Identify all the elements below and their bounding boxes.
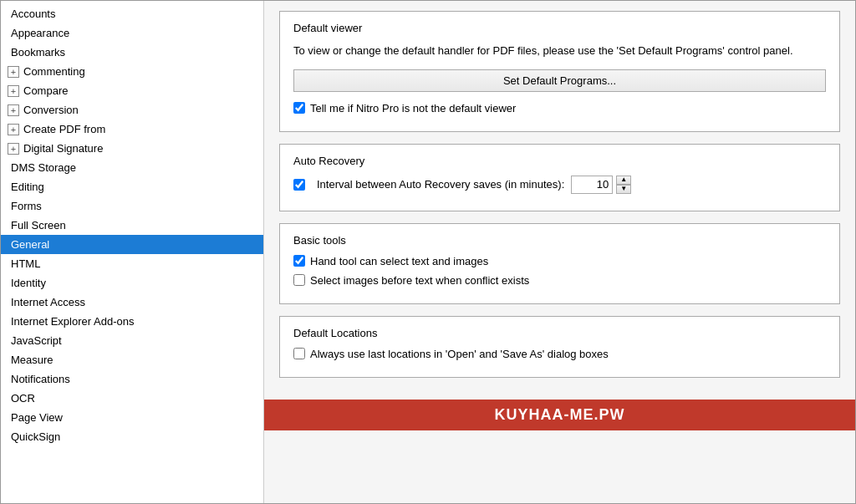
sidebar-item-identity[interactable]: Identity [1,273,263,293]
sidebar-item-ocr-label: OCR [11,392,35,405]
sidebar-item-forms-label: Forms [11,200,42,212]
expand-icon-create-pdf[interactable]: + [8,124,19,135]
sidebar-item-internet-explorer-addons[interactable]: Internet Explorer Add-ons [1,312,263,331]
select-images-checkbox[interactable] [293,274,305,286]
sidebar-item-full-screen[interactable]: Full Screen [1,216,263,235]
sidebar-item-editing-label: Editing [11,181,44,193]
auto-recovery-spinner: 10 ▲ ▼ [571,176,631,194]
sidebar-item-dms-storage[interactable]: DMS Storage [1,158,263,177]
basic-tools-label: Basic tools [293,234,826,247]
sidebar-item-internet-access-label: Internet Access [11,296,85,308]
auto-recovery-section: Auto Recovery Interval between Auto Reco… [279,144,840,211]
default-locations-label: Default Locations [293,327,826,339]
sidebar-item-accounts[interactable]: Accounts [1,4,263,23]
watermark-text: KUYHAA-ME.PW [495,406,625,423]
auto-recovery-value-input[interactable]: 10 [571,176,613,194]
spinner-down-button[interactable]: ▼ [616,185,631,194]
default-viewer-checkbox-label: Tell me if Nitro Pro is not the default … [310,102,516,115]
expand-icon-compare[interactable]: + [8,85,19,97]
default-locations-section: Default Locations Always use last locati… [279,316,840,378]
expand-icon-conversion[interactable]: + [8,104,19,116]
sidebar-item-conversion-label: Conversion [23,104,79,116]
sidebar-item-quicksign-label: QuickSign [11,430,60,443]
hand-tool-label: Hand tool can select text and images [310,255,488,267]
sidebar-item-identity-label: Identity [11,277,46,289]
default-viewer-section: Default viewer To view or change the def… [279,11,840,132]
sidebar-item-commenting[interactable]: + Commenting [1,62,263,81]
sidebar-item-javascript[interactable]: JavaScript [1,331,263,350]
sidebar-item-create-pdf-label: Create PDF from [23,123,105,135]
sidebar-item-bookmarks[interactable]: Bookmarks [1,43,263,62]
sidebar-item-forms[interactable]: Forms [1,196,263,216]
always-use-last-label: Always use last locations in 'Open' and … [310,348,609,360]
sidebar-item-internet-explorer-addons-label: Internet Explorer Add-ons [11,315,134,328]
sidebar-item-ocr[interactable]: OCR [1,389,263,408]
hand-tool-checkbox-row: Hand tool can select text and images [293,255,826,267]
content-panel: Default viewer To view or change the def… [264,1,855,503]
spinner-up-button[interactable]: ▲ [616,176,631,185]
sidebar-item-page-view-label: Page View [11,411,63,424]
sidebar-item-compare[interactable]: + Compare [1,81,263,100]
sidebar-item-appearance-label: Appearance [11,27,69,39]
sidebar-item-javascript-label: JavaScript [11,334,62,347]
sidebar-item-editing[interactable]: Editing [1,177,263,196]
always-use-last-checkbox[interactable] [293,348,305,359]
auto-recovery-label: Auto Recovery [293,155,826,167]
basic-tools-section: Basic tools Hand tool can select text an… [279,223,840,304]
sidebar-item-accounts-label: Accounts [11,8,55,20]
watermark-bar: KUYHAA-ME.PW [264,400,855,430]
expand-icon-digital-signature[interactable]: + [8,143,19,155]
spinner-buttons: ▲ ▼ [616,176,631,194]
select-images-label: Select images before text when conflict … [310,274,529,287]
expand-icon-commenting[interactable]: + [8,66,19,78]
select-images-checkbox-row: Select images before text when conflict … [293,274,826,287]
sidebar-item-full-screen-label: Full Screen [11,219,66,232]
default-viewer-description: To view or change the default handler fo… [293,43,826,59]
sidebar-item-general-label: General [11,238,49,251]
sidebar-item-general[interactable]: General [1,235,263,254]
always-use-last-checkbox-row: Always use last locations in 'Open' and … [293,348,826,360]
default-viewer-label: Default viewer [293,22,826,34]
sidebar-item-html[interactable]: HTML [1,254,263,273]
sidebar-item-html-label: HTML [11,257,40,270]
auto-recovery-checkbox[interactable] [293,179,305,191]
sidebar-item-appearance[interactable]: Appearance [1,23,263,43]
sidebar-item-bookmarks-label: Bookmarks [11,46,65,59]
set-default-programs-button[interactable]: Set Default Programs... [293,69,826,92]
sidebar-item-create-pdf[interactable]: + Create PDF from [1,120,263,139]
sidebar-item-internet-access[interactable]: Internet Access [1,293,263,312]
sidebar-item-quicksign[interactable]: QuickSign [1,427,263,446]
sidebar-item-commenting-label: Commenting [23,65,85,78]
sidebar-item-notifications-label: Notifications [11,373,70,385]
sidebar-item-page-view[interactable]: Page View [1,408,263,427]
sidebar-item-compare-label: Compare [23,84,68,97]
auto-recovery-checkbox-row: Interval between Auto Recovery saves (in… [293,176,826,194]
hand-tool-checkbox[interactable] [293,255,305,267]
sidebar-item-dms-storage-label: DMS Storage [11,161,76,174]
sidebar-item-measure-label: Measure [11,354,54,366]
sidebar-item-digital-signature[interactable]: + Digital Signature [1,139,263,158]
sidebar-item-notifications[interactable]: Notifications [1,369,263,389]
sidebar: Accounts Appearance Bookmarks + Commenti… [1,1,264,503]
sidebar-item-measure[interactable]: Measure [1,350,263,369]
auto-recovery-interval-label: Interval between Auto Recovery saves (in… [317,178,564,191]
sidebar-item-digital-signature-label: Digital Signature [23,142,103,155]
sidebar-item-conversion[interactable]: + Conversion [1,100,263,120]
default-viewer-checkbox-row: Tell me if Nitro Pro is not the default … [293,102,826,115]
default-viewer-checkbox[interactable] [293,102,305,114]
